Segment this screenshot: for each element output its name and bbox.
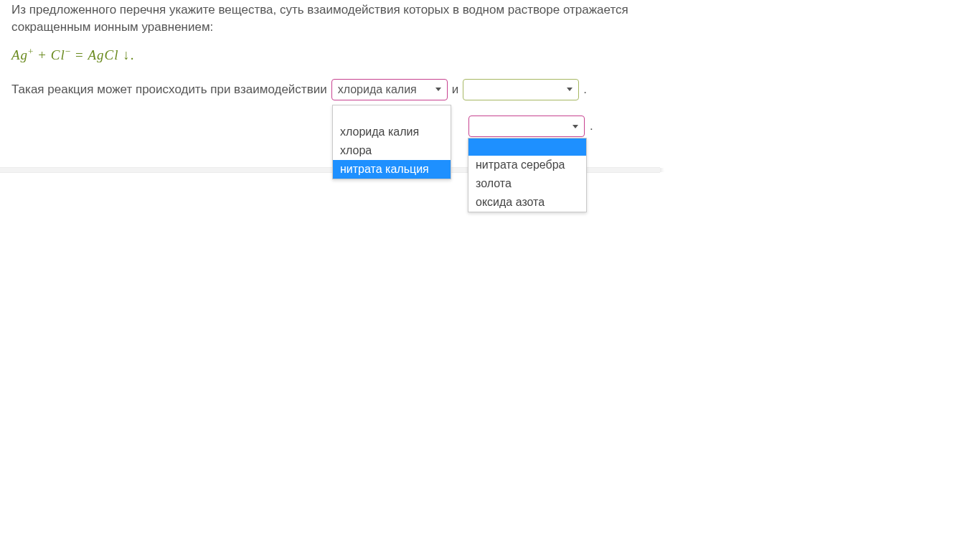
eq-agcl: AgCl (88, 47, 123, 62)
chevron-down-icon (433, 80, 444, 100)
eq-ag: Ag (11, 47, 28, 62)
ionic-equation: Ag+ + Cl− = AgCl ↓. (11, 46, 649, 63)
substance-1-dropdown[interactable]: хлорида калия хлора нитрата кальция (332, 105, 451, 179)
substance-1-select[interactable]: хлорида калия (331, 79, 448, 100)
substance-2-dropdown[interactable]: нитрата серебра золота оксида азота (468, 138, 587, 212)
eq-equals: = (71, 47, 88, 62)
answer-period-duplicate: . (590, 119, 593, 133)
question-prompt: Из предложенного перечня укажите веществ… (11, 1, 649, 36)
eq-ag-charge: + (28, 46, 34, 57)
dropdown-option[interactable]: золота (468, 174, 586, 193)
substance-2-select-duplicate[interactable] (468, 116, 585, 137)
eq-period: . (131, 47, 135, 62)
answer-and: и (452, 83, 459, 97)
dropdown-option[interactable]: оксида азота (468, 193, 586, 212)
substance-2-select[interactable] (463, 79, 579, 100)
dropdown-blank-option-highlighted[interactable] (468, 138, 586, 156)
dropdown-option[interactable]: хлорида калия (333, 123, 451, 141)
chevron-down-icon (570, 116, 581, 136)
dropdown-blank-option[interactable] (333, 105, 451, 123)
answer-line: Такая реакция может происходить при взаи… (11, 79, 649, 100)
dropdown-option-highlighted[interactable]: нитрата кальция (333, 160, 451, 179)
eq-plus: + (34, 47, 51, 62)
substance-1-value: хлорида калия (338, 83, 417, 96)
answer-period: . (583, 83, 587, 97)
answer-lead: Такая реакция может происходить при взаи… (11, 83, 327, 97)
chevron-down-icon (564, 80, 575, 100)
eq-cl-charge: − (65, 46, 72, 57)
dropdown-option[interactable]: нитрата серебра (468, 156, 586, 174)
precipitate-arrow-icon: ↓ (123, 47, 131, 62)
eq-cl: Cl (51, 47, 65, 62)
dropdown-option[interactable]: хлора (333, 141, 451, 160)
